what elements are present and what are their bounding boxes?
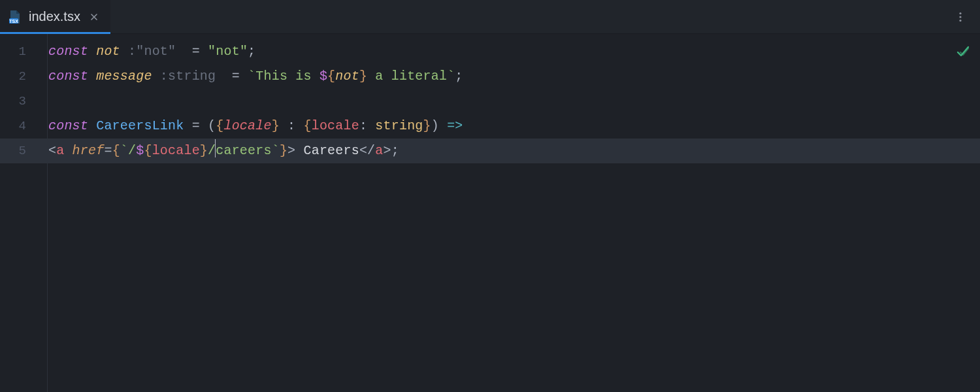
code-line[interactable]: 5 <a href={`/${locale}/careers`}> Career… [0, 139, 980, 163]
tab-filename: index.tsx [29, 9, 80, 24]
kebab-icon [955, 11, 966, 23]
svg-point-4 [959, 19, 961, 21]
svg-point-2 [959, 12, 961, 14]
code-content: <a href={`/${locale}/careers`}> Careers<… [38, 139, 399, 163]
tab-actions [950, 0, 980, 33]
line-number: 1 [0, 39, 38, 64]
svg-text:TSX: TSX [9, 18, 18, 23]
tab-close-button[interactable] [87, 10, 101, 24]
code-content: const message :string = `This is ${not} … [38, 64, 463, 89]
code-content: const CareersLink = ({locale} : {locale:… [38, 114, 463, 139]
more-actions-button[interactable] [950, 7, 971, 27]
code-line[interactable]: 2 const message :string = `This is ${not… [0, 64, 980, 89]
svg-point-3 [959, 16, 961, 18]
close-icon [90, 12, 99, 22]
line-number: 5 [0, 139, 38, 163]
line-number: 2 [0, 64, 38, 89]
code-line[interactable]: 4 const CareersLink = ({locale} : {local… [0, 114, 980, 139]
code-editor: TSX index.tsx [0, 0, 980, 392]
code-area[interactable]: 1 const not :"not" = "not"; 2 const mess… [0, 34, 980, 392]
line-number: 4 [0, 114, 38, 139]
editor-lines: 1 const not :"not" = "not"; 2 const mess… [0, 39, 980, 163]
code-line[interactable]: 1 const not :"not" = "not"; [0, 39, 980, 64]
line-number: 3 [0, 89, 38, 114]
code-line[interactable]: 3 [0, 89, 980, 114]
tsx-file-icon: TSX [8, 10, 22, 24]
tab-index-tsx[interactable]: TSX index.tsx [0, 0, 110, 33]
code-content: const not :"not" = "not"; [38, 39, 255, 64]
tab-bar: TSX index.tsx [0, 0, 980, 34]
